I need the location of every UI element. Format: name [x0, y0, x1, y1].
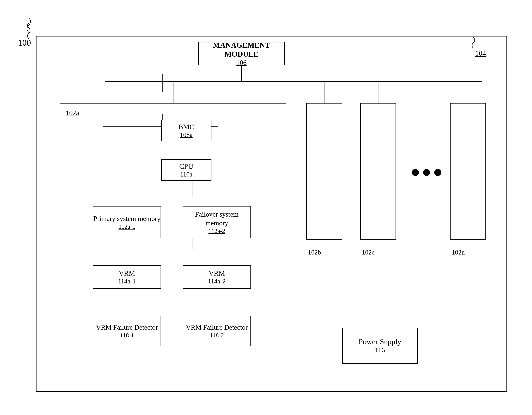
primary-system-memory-box: Primary system memory 112a-1 [93, 206, 161, 238]
cpu-title: CPU [179, 162, 193, 170]
blade-b-ref-label: 102b [308, 249, 321, 256]
mgmt-module-ref: 106 [237, 59, 247, 66]
blade-a-ref-label: 102a [66, 109, 79, 117]
vfd2-box: VRM Failure Detector 118-2 [183, 316, 251, 346]
vrm2-title: VRM [209, 269, 225, 277]
mgmt-module-title: MANAGEMENT MODULE [199, 41, 284, 59]
blade-n-box [450, 103, 486, 240]
fsm-title: Failover system memory [183, 210, 250, 228]
bus-ref-label: 104 [475, 49, 486, 57]
power-supply-box: Power Supply 116 [342, 328, 418, 364]
cpu-box: CPU 110a [161, 159, 211, 181]
vrm1-title: VRM [119, 269, 135, 277]
bmc-box: BMC 108a [161, 120, 211, 141]
vfd1-box: VRM Failure Detector 118-1 [93, 316, 161, 346]
blade-a-box: 102a BMC 108a CPU 110a Primary system me… [60, 103, 286, 376]
vfd1-ref: 118-1 [120, 332, 134, 339]
blade-n-ref-label: 102n [452, 249, 465, 256]
diagram-container: 100 101 [14, 14, 518, 406]
ellipsis-dots: ●●● [410, 162, 444, 181]
power-supply-ref: 116 [375, 346, 385, 354]
psm-title: Primary system memory [93, 214, 161, 223]
management-module-box: MANAGEMENT MODULE 106 [198, 42, 285, 65]
vfd2-title: VRM Failure Detector [186, 323, 248, 332]
chassis-box: 101 [36, 36, 507, 392]
blade-b-box [306, 103, 342, 240]
psm-ref: 112a-1 [118, 223, 135, 230]
squiggle-100 [22, 23, 36, 40]
vfd1-title: VRM Failure Detector [96, 323, 158, 332]
failover-system-memory-box: Failover system memory 112a-2 [183, 206, 251, 238]
bmc-ref: 108a [180, 131, 192, 139]
vfd2-ref: 118-2 [210, 332, 224, 339]
cpu-ref: 110a [180, 170, 192, 178]
bmc-title: BMC [178, 123, 194, 131]
fsm-ref: 112a-2 [208, 227, 225, 234]
blade-c-ref-label: 102c [362, 249, 374, 256]
power-supply-title: Power Supply [359, 337, 401, 346]
blade-c-box [360, 103, 396, 240]
vrm1-box: VRM 114a-1 [93, 265, 161, 289]
vrm1-ref: 114a-1 [118, 277, 136, 285]
vrm2-box: VRM 114a-2 [183, 265, 251, 289]
vrm2-ref: 114a-2 [208, 277, 226, 285]
